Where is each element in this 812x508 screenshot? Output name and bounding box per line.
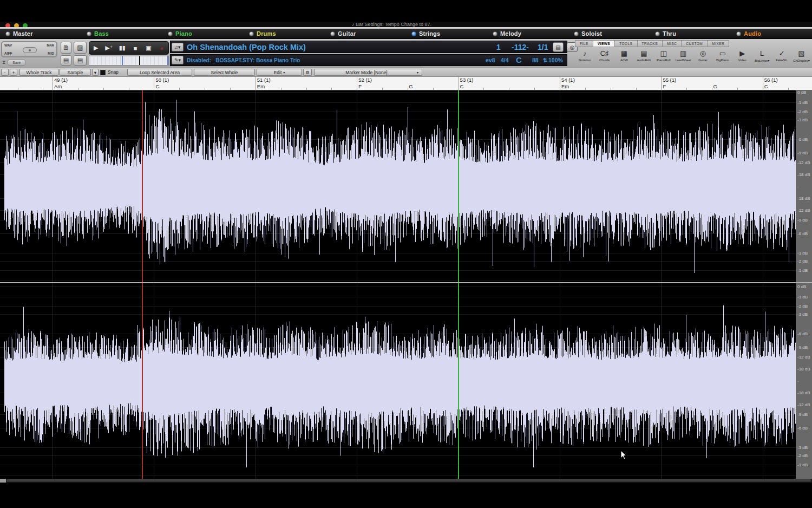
drop-save-button[interactable]: Save [8,60,25,66]
bar-ruler[interactable]: 49 (1)Am50 (1)C51 (1)Em52 (1)FG53 (1)C54… [0,77,812,90]
scrollbar-thumb[interactable] [6,479,811,482]
db-label-infinity: - [797,379,799,383]
song-note-button[interactable]: ♫▾ [172,43,184,51]
current-bar-value[interactable]: 1 [496,43,501,51]
tab-mixer[interactable]: MIXER [707,40,729,47]
edit-button[interactable]: Edit ▾ [257,69,302,76]
tempo-percent-value[interactable]: 100% [548,57,563,63]
feel-value[interactable]: ev8 [486,57,495,63]
style-description[interactable]: Disabled: _BOSSAPT.STY: Bossa Piano Trio [187,57,300,63]
tab-tracks[interactable]: TRACKS [637,40,662,47]
style-pencil-button[interactable]: ✎▾ [172,56,184,64]
ribbon-button-guitar[interactable]: ◎Guitar [693,48,712,68]
bar-chord-offbeat: G [713,83,717,89]
drop-aiff-label[interactable]: AIFF [4,51,12,55]
ruler-bar-49[interactable]: 49 (1)Am [53,77,154,90]
track-label: Strings [419,30,440,37]
ruler-bar-52[interactable]: 52 (1)FG [357,77,458,90]
track-item-thru[interactable]: Thru [650,29,731,38]
track-item-guitar[interactable]: Guitar [325,29,406,38]
track-item-audio[interactable]: Audio [731,29,812,38]
edit-dropdown-arrow: ▾ [283,70,285,74]
new-song-button[interactable]: 🗎 [61,42,71,54]
edit-label: Edit [274,70,282,75]
play-from-button[interactable]: ▶⁺ [103,44,114,51]
audio-drop-station[interactable]: WAV M4A AIFF MID [1,41,57,57]
ruler-bar-55[interactable]: 55 (1)FG [661,77,762,90]
track-item-bass[interactable]: Bass [81,29,162,38]
play-button[interactable]: ▶ [90,44,101,51]
track-item-melody[interactable]: Melody [487,29,568,38]
hold-button[interactable]: ▣ [143,44,154,51]
guitar-icon: ◎ [700,48,706,58]
time-signature-value[interactable]: 4/4 [501,57,509,63]
tab-misc[interactable]: MISC [662,40,681,47]
save-song-button[interactable]: ▤ [61,55,71,66]
db-label: -2 dB [797,304,808,309]
open-song-button[interactable]: ▨ [74,42,87,54]
ribbon-button-leadsheet[interactable]: ▥LeadSheet [673,48,693,68]
ribbon-button-video[interactable]: ▶Video [732,48,752,68]
ruler-bar-54[interactable]: 54 (1)Em [560,77,661,90]
stereo-waveform-canvas[interactable] [0,90,796,479]
ribbon-button-audioedit[interactable]: ▤AudioEdit [634,48,653,68]
zoom-out-button[interactable]: - [1,69,9,76]
drop-mid-label[interactable]: MID [48,51,54,55]
whole-track-button[interactable]: Whole Track [19,69,58,76]
track-item-soloist[interactable]: Soloist [568,29,650,38]
chorus-value[interactable]: 1/1 [538,43,548,51]
tab-custom[interactable]: CUSTOM [681,40,707,47]
ruler-bar-51[interactable]: 51 (1)Em [256,77,357,90]
db-label: -6 dB [797,137,808,142]
audioedit-icon: ▤ [640,48,647,58]
ribbon-button-acw[interactable]: ▦ACW [614,48,634,68]
track-item-drums[interactable]: Drums [244,29,325,38]
drop-station-center-button[interactable] [23,47,37,53]
key-value[interactable]: C [516,55,522,64]
track-item-master[interactable]: Master [0,29,81,38]
scrollbar-left-box[interactable] [0,479,6,483]
ruler-bar-50[interactable]: 50 (1)C [154,77,255,90]
db-label: 0 dB [797,284,806,289]
tempo-bpm-value[interactable]: 88 [532,57,539,63]
tempo-spinner-icon[interactable]: ⇅ [543,57,548,63]
sample-dropdown-arrow[interactable]: ▾ [92,69,99,76]
drop-m4a-label[interactable]: M4A [47,43,54,47]
ribbon-button-chords[interactable]: C♯Chords [594,48,614,68]
snap-checkbox[interactable] [100,70,106,75]
select-whole-button[interactable]: Select Whole [194,69,255,76]
pause-button[interactable]: ▮▮ [117,44,128,51]
track-item-piano[interactable]: Piano [162,29,244,38]
tab-file[interactable]: FILE [575,40,593,47]
ribbon-button-notation[interactable]: ♪Notation [575,48,594,68]
loop-selected-area-button[interactable]: Loop Selected Area [127,69,192,76]
track-item-strings[interactable]: Strings [406,29,487,38]
song-position-bar[interactable] [89,56,169,66]
save-as-button[interactable]: ▤ [74,55,87,66]
copy-page-button[interactable]: ▤ [553,42,564,52]
marker-mode-button[interactable]: Marker Mode [None] ▾ [314,69,422,76]
tab-tools[interactable]: TOOLS [614,40,637,47]
ribbon-button-pianoroll[interactable]: ◫PianoRoll [654,48,673,68]
sample-button[interactable]: Sample [60,69,91,76]
tab-views[interactable]: VIEWS [593,40,614,47]
zoom-in-button[interactable]: + [10,69,17,76]
ruler-bar-53[interactable]: 53 (1)C [459,77,560,90]
ribbon-button-biglyrics[interactable]: LBigLyrics▾ [752,48,772,68]
tempo-value[interactable]: -112- [512,43,529,51]
ribbon-button-bigpiano[interactable]: ▭BigPiano [713,48,732,68]
stop-button[interactable]: ■ [130,45,141,51]
track-radio-icon [168,31,173,36]
db-label: -6 dB [797,426,808,431]
bar-chord: Em [561,83,569,89]
ruler-bar-56[interactable]: 56 (1)C [763,77,812,90]
song-title[interactable]: Oh Shenandoah (Pop Rock Mix) [187,43,306,51]
gear-button[interactable]: ⚙ [303,69,312,76]
record-button[interactable]: ● [156,44,167,52]
track-radio-icon [493,31,497,36]
ribbon-button-fakesh[interactable]: ✓FakeSh. [772,48,791,68]
ribbon-button-chdisplay[interactable]: ▧ChDisplay▾ [791,48,811,68]
drop-wav-label[interactable]: WAV [4,43,12,47]
track-radio-icon [411,31,416,36]
horizontal-scrollbar[interactable] [0,479,812,483]
